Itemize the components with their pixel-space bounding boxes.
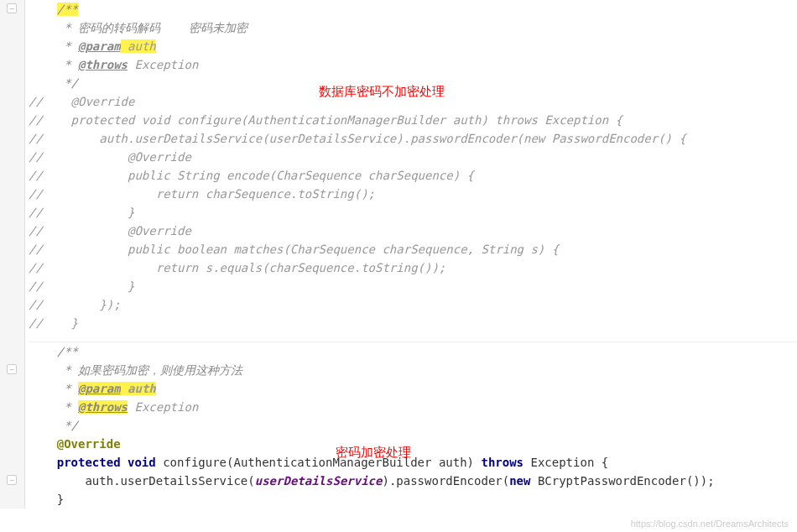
code-line[interactable]: // }	[29, 203, 797, 222]
gutter: − − −	[0, 0, 25, 509]
code-line[interactable]: */	[29, 416, 797, 435]
code-line[interactable]: // public boolean matches(CharSequence c…	[29, 240, 797, 258]
code-line[interactable]: // });	[29, 295, 797, 314]
annotation-label-bottom: 密码加密处理	[336, 445, 411, 461]
code-line[interactable]: /**	[29, 0, 797, 18]
code-line[interactable]: // }	[29, 314, 797, 332]
code-line[interactable]: protected void configure(AuthenticationM…	[29, 453, 797, 472]
watermark: https://blog.csdn.net/DreamsArchitects	[631, 519, 789, 529]
fold-icon[interactable]: −	[7, 3, 17, 13]
code-line[interactable]: @Override	[29, 435, 797, 453]
code-line[interactable]: // auth.userDetailsService(userDetailsSe…	[29, 129, 797, 148]
fold-icon[interactable]: −	[7, 475, 17, 485]
code-line[interactable]: auth.userDetailsService(userDetailsServi…	[29, 472, 797, 490]
code-line[interactable]: * @param auth	[29, 379, 797, 398]
code-line[interactable]: * @throws Exception	[29, 55, 797, 74]
code-line[interactable]: // return s.equals(charSequence.toString…	[29, 258, 797, 277]
code-line[interactable]: * 密码的转码解码 密码未加密	[29, 18, 797, 37]
fold-icon[interactable]: −	[7, 364, 17, 374]
code-line[interactable]: }	[29, 490, 797, 509]
code-editor[interactable]: − − − 数据库密码不加密处理 密码加密处理 /** * 密码的转码解码 密码…	[0, 0, 797, 509]
code-area[interactable]: 数据库密码不加密处理 密码加密处理 /** * 密码的转码解码 密码未加密 * …	[25, 0, 797, 509]
code-line[interactable]: * @param auth	[29, 37, 797, 55]
separator	[29, 332, 797, 342]
code-line[interactable]: // @Override	[29, 222, 797, 240]
code-line[interactable]: // return charSequence.toString();	[29, 185, 797, 203]
code-line[interactable]: // @Override	[29, 148, 797, 166]
annotation-label-top: 数据库密码不加密处理	[319, 84, 445, 100]
code-line[interactable]: // public String encode(CharSequence cha…	[29, 166, 797, 185]
code-line[interactable]: * 如果密码加密，则使用这种方法	[29, 361, 797, 379]
code-line[interactable]: // protected void configure(Authenticati…	[29, 111, 797, 129]
code-line[interactable]: * @throws Exception	[29, 398, 797, 416]
code-line[interactable]: // }	[29, 277, 797, 295]
code-line[interactable]: /**	[29, 342, 797, 361]
